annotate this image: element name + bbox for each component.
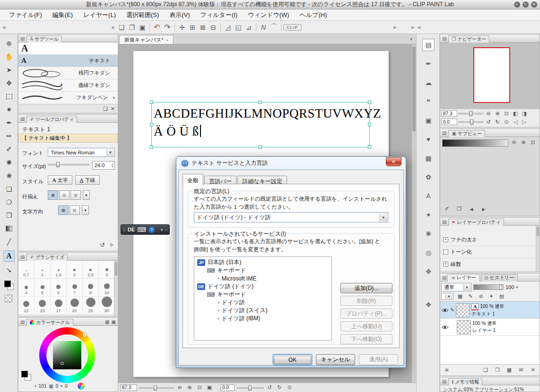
brush-size-cell[interactable]: 2 <box>67 261 83 279</box>
undo-button[interactable]: ↶ <box>152 23 162 32</box>
nav-rotate-left-icon[interactable]: ↺ <box>485 119 492 125</box>
new-folder-icon[interactable]: ❐ <box>494 367 501 373</box>
handle-bottom-center[interactable] <box>259 145 262 149</box>
tab-history[interactable]: ⊙ヒストリー <box>481 274 518 281</box>
material-category-icon-8[interactable]: ✿ <box>422 171 435 183</box>
tab-general[interactable]: 全般 <box>183 174 203 186</box>
blend-mode-select[interactable]: 通常 ▼ <box>441 283 471 291</box>
brush-size-cell[interactable]: 20 <box>67 297 83 315</box>
redo-button[interactable]: ↷ <box>162 23 173 32</box>
tone-icon[interactable] <box>443 249 448 255</box>
panel-menu-icon[interactable]: ▤ <box>20 254 25 259</box>
direction-horizontal-toggle[interactable]: ≡ <box>58 205 69 215</box>
layer-property-scrollbar[interactable] <box>536 226 540 272</box>
subview-zoom-in-icon[interactable]: ⊕ <box>520 139 527 145</box>
cancel-button[interactable]: キャンセル <box>316 354 355 365</box>
layer-visible-icon[interactable] <box>441 308 449 313</box>
value-dropdown-icon[interactable]: ▾ <box>61 384 62 388</box>
layer-visible-icon[interactable] <box>441 325 449 330</box>
pencil-tool-icon[interactable]: ✏ <box>3 130 15 142</box>
menu-filter[interactable]: フィルター(I) <box>195 11 243 19</box>
layer-ctrl-icon-4[interactable]: ✦ <box>488 293 495 299</box>
tree-item-keyboard-de[interactable]: ⌨ キーボード <box>195 290 331 298</box>
selection-add-button[interactable]: ⊞ <box>187 23 198 32</box>
language-bar[interactable]: ⣿ DE ⌨ ? ▾ – <box>121 224 170 235</box>
langbar-options-icon[interactable]: ▾ <box>161 228 163 232</box>
panel-menu-icon[interactable]: ▤ <box>20 116 25 121</box>
opacity-spinner-icon[interactable]: ▾ <box>516 285 518 290</box>
panel-menu-icon[interactable]: ▤ <box>442 130 446 136</box>
subview-eyedropper-icon[interactable]: ✐ <box>443 206 451 212</box>
menu-layer[interactable]: レイヤー(L) <box>78 11 121 19</box>
rotation-value[interactable]: 0.0 <box>220 384 235 391</box>
handle-top-center[interactable] <box>259 101 262 104</box>
panel-menu-icon[interactable]: ▤ <box>442 36 446 41</box>
delete-subtool-icon[interactable]: ✕ <box>111 106 115 111</box>
language-indicator[interactable]: DE <box>128 227 135 232</box>
brush-size-cell[interactable]: 1 <box>35 261 51 279</box>
navigator-view-rect[interactable] <box>473 47 510 103</box>
hue-ring[interactable] <box>39 327 95 383</box>
layer-ctrl-icon-1[interactable]: ▦ <box>456 293 464 299</box>
material-category-icon-3[interactable]: ☁ <box>422 77 435 89</box>
tone-row[interactable]: トーン化 <box>440 246 540 258</box>
close-button[interactable]: ✕ <box>531 1 537 8</box>
direction-more-dropdown[interactable]: ▼ <box>82 205 89 215</box>
services-listbox[interactable]: JP 日本語 (日本) ⌨ キーボード ▪ Microsoft IME DE <box>194 256 332 341</box>
panel-menu-icon[interactable]: ▤ <box>442 379 446 384</box>
line-count-row[interactable]: + 線数 <box>440 258 540 271</box>
merge-layer-icon[interactable]: ▦ <box>505 367 513 373</box>
move-up-button[interactable]: 上へ移動(U) <box>340 321 392 332</box>
layer-thumbnail[interactable] <box>457 320 471 334</box>
decoration-tool-icon[interactable]: ❀ <box>3 170 15 181</box>
navigator-zoom-slider[interactable] <box>459 110 483 117</box>
open-file-button[interactable]: ❐ <box>127 23 137 32</box>
airbrush-tool-icon[interactable]: ✺ <box>3 157 15 168</box>
handle-mid-left[interactable] <box>150 123 153 126</box>
layer-ctrl-icon-3[interactable]: ⊘ <box>477 293 485 299</box>
figure-line-button[interactable]: N <box>258 23 269 32</box>
panel-menu-icon[interactable]: ▤ <box>20 36 25 41</box>
expand-icon[interactable]: + <box>443 262 448 267</box>
zoom-out-icon[interactable]: ⊖ <box>176 384 183 391</box>
material-category-icon-7[interactable]: ▦ <box>422 152 435 164</box>
subview-next-icon[interactable]: ▶ <box>480 207 488 212</box>
menu-selection[interactable]: 選択範囲(S) <box>121 11 164 19</box>
hand-tool-icon[interactable]: ✋ <box>3 51 15 62</box>
transfer-layer-icon[interactable]: ✉ <box>517 367 525 373</box>
material-category-icon-5[interactable]: ▣ <box>422 114 435 127</box>
line-correct-tool-icon[interactable]: ➘ <box>3 264 15 276</box>
material-category-icon-4[interactable]: ❝ <box>422 95 435 108</box>
layer-name[interactable]: レイヤー 1 <box>472 327 496 334</box>
help-icon[interactable]: ? <box>148 227 155 233</box>
transform-scale-button[interactable]: ◿ <box>223 23 233 32</box>
subview-gradient-bar[interactable] <box>442 139 508 147</box>
brush-size-cell[interactable]: 3 <box>99 261 115 279</box>
fit-screen-icon[interactable]: ⊡ <box>196 384 203 391</box>
tree-item-microsoft-ime[interactable]: ▪ Microsoft IME <box>195 274 331 282</box>
rotate-right-icon[interactable]: ↻ <box>276 384 283 391</box>
right-strip-collapse-icon[interactable]: » <box>409 24 416 31</box>
move-tool-icon[interactable]: ✥ <box>3 77 15 89</box>
add-subtool-icon[interactable]: ❏ <box>103 106 108 111</box>
direction-vertical-toggle[interactable]: ≡ <box>70 205 80 215</box>
grip-icon[interactable]: ⣿ <box>123 228 125 232</box>
layer-panel-waves-icon[interactable]: ≋ <box>443 367 451 373</box>
layer-ctrl-icon-5[interactable]: ▤ <box>498 293 505 299</box>
navigator-zoom-value[interactable]: 87.3 <box>441 110 457 117</box>
brush-size-cell[interactable]: 5 <box>35 279 51 297</box>
zoom-value[interactable]: 87.3 <box>120 384 137 391</box>
menu-help[interactable]: ヘルプ(H) <box>295 11 332 19</box>
blend-tool-icon[interactable]: ❍ <box>3 196 15 208</box>
langbar-minimize-icon[interactable]: – <box>165 227 167 232</box>
nav-zoom-in-icon[interactable]: ⊕ <box>494 111 501 117</box>
material-category-icon-10[interactable]: ✦ <box>422 209 435 221</box>
subtool-item-text[interactable]: A テキスト <box>18 55 118 67</box>
size-spinner[interactable]: 24.0 ▲ ▼ <box>92 161 115 170</box>
brush-size-cell[interactable]: 17 <box>51 297 67 315</box>
transform-mesh-button[interactable]: ⊿ <box>244 23 254 32</box>
menu-file[interactable]: ファイル(F) <box>4 11 47 19</box>
panel-menu-icon[interactable]: ▤ <box>20 319 25 324</box>
brush-size-cell[interactable]: 6 <box>51 279 67 297</box>
remove-button[interactable]: 削除(R) <box>340 296 392 306</box>
